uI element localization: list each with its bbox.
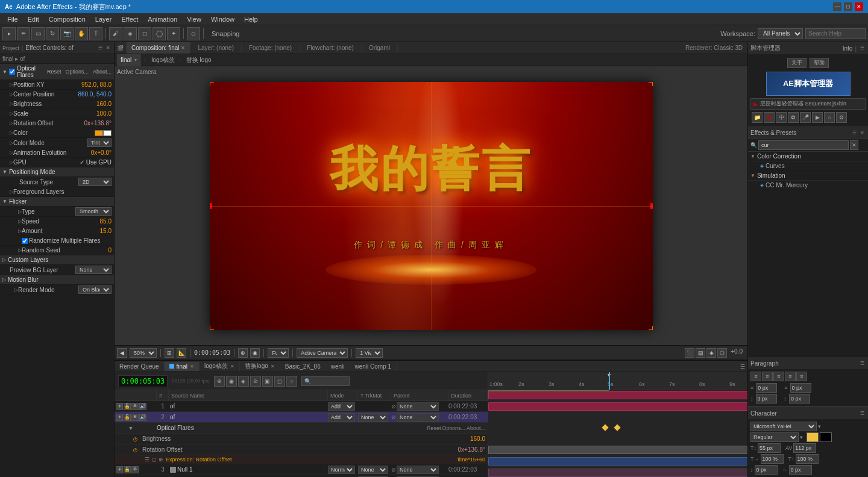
mask-btn[interactable]: ▤ [696, 348, 705, 358]
minimize-button[interactable]: — [833, 2, 841, 11]
menu-composition[interactable]: Composition [44, 14, 90, 24]
row-1-mode-select[interactable]: Add [328, 402, 355, 411]
help-button[interactable]: 帮助 [810, 58, 829, 68]
lock-icon[interactable]: 🔓 [124, 414, 131, 421]
track-bar-5[interactable] [488, 469, 747, 477]
quality-select[interactable]: FullHalf [268, 348, 289, 358]
track-bar-2[interactable] [488, 402, 747, 411]
arrow-btn[interactable]: ▶ [812, 112, 823, 123]
tool-rect[interactable]: ▭ [31, 27, 45, 40]
expression-code[interactable]: time*15+60 [458, 457, 485, 463]
motion-blur-header[interactable]: ▷ Motion Blur [0, 275, 114, 285]
audio-icon[interactable]: 🔊 [139, 414, 146, 421]
final-tab-icon[interactable]: ▾ [134, 57, 137, 63]
tool-puppet[interactable]: ✦ [167, 27, 180, 40]
tool-roto[interactable]: ◯ [153, 27, 166, 40]
tl-tool-2[interactable]: ◉ [226, 376, 237, 387]
audio-icon[interactable]: 🔊 [139, 403, 146, 410]
para-menu[interactable]: ☰ [859, 361, 866, 366]
menu-edit[interactable]: Edit [23, 14, 44, 24]
font-select[interactable]: Microsoft YaHei [750, 422, 817, 431]
preview-bg-select[interactable]: None [75, 266, 112, 274]
view-select[interactable]: Active Camera [297, 348, 348, 358]
timeline-tab-final[interactable]: final ✕ [165, 362, 200, 371]
rotation-offset-value[interactable]: 0x+136.8° [84, 120, 112, 126]
timecode-display[interactable]: 0:00:05:03 [118, 375, 168, 387]
logo-view-tab[interactable]: logo稿茨 [148, 56, 178, 64]
vis-icon[interactable]: 👁 [131, 414, 139, 421]
style-select[interactable]: Regular [750, 432, 799, 442]
row-2-trkmat-select[interactable]: None [358, 413, 388, 422]
amount-value[interactable]: 15.0 [100, 228, 112, 234]
menu-layer[interactable]: Layer [90, 14, 117, 24]
tab-close[interactable]: ✕ [271, 364, 275, 369]
brightness-value[interactable]: 160.0 [96, 101, 112, 107]
timeline-tab-wenli[interactable]: wenli [326, 362, 350, 371]
row-3-trkmat-select[interactable]: None [358, 466, 388, 474]
zoom-select[interactable]: 50%100%25% [130, 348, 157, 358]
align-left-btn[interactable]: ≡ [750, 372, 761, 381]
comp-tab-composition[interactable]: Composition: final ✕ [127, 42, 190, 54]
lock-icon[interactable]: 🔓 [124, 466, 131, 473]
keyframe-1[interactable] [602, 424, 608, 431]
track-bar-4[interactable] [488, 457, 747, 466]
source-type-select[interactable]: 2D [78, 178, 112, 186]
gpu-value[interactable]: ✓ Use GPU [80, 159, 112, 166]
timeline-tab-replace[interactable]: 替换logo ✕ [240, 361, 280, 372]
about-button[interactable]: 关于 [787, 58, 807, 68]
tool-brush[interactable]: 🖌 [109, 27, 122, 40]
menu-view[interactable]: View [182, 14, 206, 24]
speed-value[interactable]: 85.0 [100, 218, 112, 225]
vis-icon[interactable]: 👁 [131, 466, 139, 473]
solo-icon[interactable]: ☀ [116, 403, 123, 410]
optical-flares-header[interactable]: ▼ Optical Flares Reset Options... About.… [0, 64, 114, 80]
anim-evo-value[interactable]: 0x+0.0° [91, 149, 112, 156]
breadcrumb-final[interactable]: final [2, 55, 13, 62]
breadcrumb-of[interactable]: of [20, 55, 25, 62]
flower-btn[interactable]: ✿ [788, 112, 799, 123]
zoom-out-btn[interactable]: ◀ [117, 348, 127, 358]
position-xy-value[interactable]: 952.0, 88.0 [81, 81, 112, 88]
brightness-sub-value[interactable]: 160.0 [470, 435, 488, 442]
random-seed-value[interactable]: 0 [108, 247, 112, 254]
timeline-tab-wenli-comp[interactable]: wenli Comp 1 [350, 362, 397, 371]
row-3-parent-select[interactable]: None [397, 466, 439, 474]
row-1-parent-select[interactable]: None [397, 402, 439, 411]
after-spacing-input[interactable] [789, 394, 810, 404]
tool-stamp[interactable]: ◈ [124, 27, 137, 40]
panel-menu-btn[interactable]: ☰ [97, 45, 104, 51]
center-pos-value[interactable]: 860.0, 540.0 [78, 91, 112, 98]
tool-eraser[interactable]: ◻ [138, 27, 151, 40]
row-3-mode-select[interactable]: Normal [328, 466, 355, 474]
solo-icon[interactable]: ☀ [116, 466, 123, 473]
keyframe-2[interactable] [614, 424, 620, 431]
options-label[interactable]: Options... [442, 425, 465, 431]
folder-btn[interactable]: 📁 [752, 112, 763, 123]
reset-btn[interactable]: Reset [47, 69, 61, 75]
stopwatch-icon[interactable]: ⏱ [133, 437, 138, 443]
options-btn[interactable]: Options... [65, 69, 89, 75]
snap-btn[interactable]: ⊕ [238, 348, 248, 358]
tool-text[interactable]: T [89, 27, 102, 40]
expression-text[interactable]: Expression: Rotation Offset [166, 457, 231, 463]
ep-menu[interactable]: ☰ [851, 130, 858, 136]
before-spacing-input[interactable] [756, 394, 777, 404]
grid-btn[interactable]: ⊞ [165, 348, 174, 358]
tsuume-input[interactable] [789, 465, 812, 475]
effect-enable-checkbox[interactable] [9, 69, 15, 75]
tl-tab-menu[interactable]: ☰ [738, 363, 747, 370]
track-bar-1[interactable] [488, 391, 747, 399]
timeline-tab-logo[interactable]: logo稿茨 ✕ [200, 361, 240, 372]
row-2-parent-select[interactable]: None [397, 413, 439, 422]
char-menu[interactable]: ☰ [859, 411, 866, 416]
stroke-color-swatch[interactable] [820, 432, 832, 442]
positioning-mode-header[interactable]: ▼ Positioning Mode [0, 167, 114, 177]
tl-tool-4[interactable]: ⊘ [250, 376, 261, 387]
align-right-btn[interactable]: ≡ [773, 372, 784, 381]
info-tab[interactable]: Info [843, 45, 853, 52]
tool-camera[interactable]: 📷 [60, 27, 74, 40]
tracking-input[interactable] [793, 443, 816, 453]
cc-mercury-item[interactable]: ◈ CC Mr. Mercury [748, 181, 868, 190]
script-panel-menu[interactable]: ☰ [859, 45, 866, 52]
scale-v-input[interactable] [796, 454, 819, 464]
